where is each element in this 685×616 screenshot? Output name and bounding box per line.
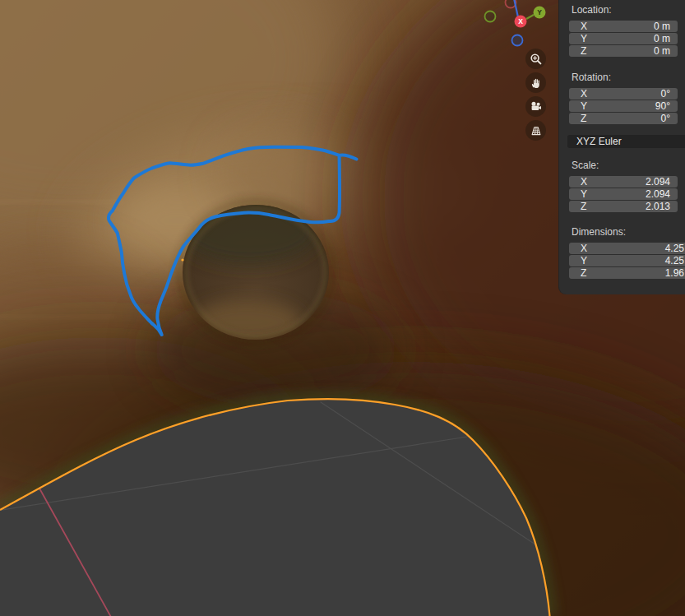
grid-icon	[530, 124, 543, 137]
axis-value: 2.013	[646, 201, 670, 212]
axis-value: 0 m	[654, 45, 670, 57]
axis-value: 0 m	[654, 21, 670, 32]
axis-value: 4.25	[665, 243, 684, 254]
axis-label: Y	[581, 255, 587, 266]
axis-label: Y	[581, 188, 587, 200]
axis-value: 0 m	[654, 33, 670, 44]
sidebar-n-panel[interactable]: Location: X 0 m Y 0 m Z 0 m Rotation: X …	[558, 0, 685, 294]
axis-label: X	[581, 176, 587, 188]
rotation-section-label: Rotation:	[572, 72, 685, 83]
camera-view-button[interactable]	[525, 96, 546, 117]
axis-label: Z	[581, 45, 586, 57]
field-scale-y[interactable]: Y 2.094	[569, 188, 678, 200]
perspective-grid-button[interactable]	[525, 120, 546, 141]
axis-label: Z	[581, 113, 586, 124]
pan-button[interactable]	[525, 72, 546, 93]
gizmo-x-label: X	[518, 17, 523, 25]
field-dimensions-z[interactable]: Z 1.96	[569, 267, 685, 279]
axis-label: X	[581, 88, 587, 100]
axis-value: 2.094	[646, 176, 670, 188]
axis-label: X	[581, 243, 587, 254]
field-rotation-z[interactable]: Z 0°	[569, 113, 678, 124]
axis-value: 1.96	[665, 267, 684, 279]
hand-icon	[530, 76, 543, 90]
field-dimensions-x[interactable]: X 4.25	[569, 243, 685, 254]
zoom-icon	[530, 53, 543, 66]
gizmo-y-label: Y	[537, 8, 542, 16]
axis-value: 0°	[661, 113, 670, 124]
axis-value: 2.094	[646, 188, 670, 200]
field-dimensions-y[interactable]: Y 4.25	[569, 255, 685, 266]
zoom-button[interactable]	[525, 49, 546, 69]
axis-label: Y	[581, 100, 587, 112]
axis-label: Z	[581, 267, 586, 279]
field-rotation-y[interactable]: Y 90°	[569, 100, 678, 112]
axis-label: Z	[581, 201, 586, 212]
field-rotation-x[interactable]: X 0°	[569, 88, 678, 100]
rotation-mode-dropdown[interactable]: XYZ Euler	[567, 135, 685, 148]
axis-label: Y	[581, 33, 587, 44]
axis-value: 90°	[655, 100, 670, 112]
field-scale-z[interactable]: Z 2.013	[569, 201, 678, 212]
axis-value: 0°	[661, 88, 670, 100]
camera-icon	[530, 100, 543, 113]
field-location-z[interactable]: Z 0 m	[569, 45, 678, 57]
blender-3d-viewport[interactable]: X Y Location:	[0, 0, 685, 616]
axis-value: 4.25	[665, 255, 684, 266]
gizmo-axis-neg-y-ball[interactable]	[485, 12, 496, 22]
scale-section-label: Scale:	[572, 160, 685, 171]
axis-label: X	[581, 21, 587, 32]
location-section-label: Location:	[572, 4, 685, 16]
dimensions-section-label: Dimensions:	[572, 226, 685, 238]
brush-cursor-dot	[181, 258, 183, 261]
gizmo-axis-neg-z-ball[interactable]	[512, 35, 523, 46]
field-location-x[interactable]: X 0 m	[569, 21, 678, 32]
field-scale-x[interactable]: X 2.094	[569, 176, 678, 188]
field-location-y[interactable]: Y 0 m	[569, 33, 678, 44]
